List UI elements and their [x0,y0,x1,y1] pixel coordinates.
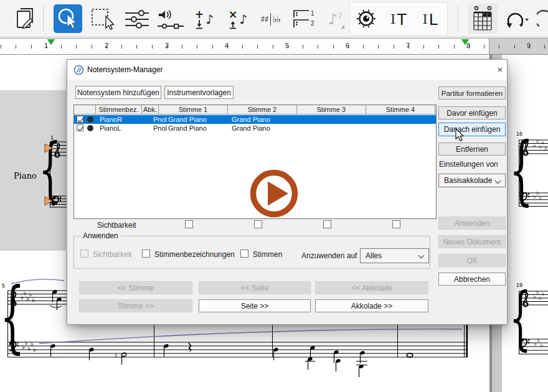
play-icon [247,166,301,221]
tool-marquee-select[interactable] [90,5,118,34]
apply-to-value: Alles [366,251,382,260]
note-icon: ♪ [328,12,338,27]
svg-text:♭: ♭ [26,294,29,302]
tool-volta-brackets[interactable]: 1 2 [290,5,318,34]
ruler: 1 2 3 4 5 6 7 8 9 [0,38,548,55]
instrument-templates-button[interactable]: Instrumentvorlagen [164,86,234,99]
ruler-number: 5 [282,42,292,49]
add-system-button[interactable]: Notensystem hinzufügen [75,86,161,99]
visibility-checkbox-voice3[interactable] [323,220,331,228]
tool-insert-note[interactable]: + ♪ [189,5,219,34]
voice-next-button: Stimme >> [79,299,192,312]
tool-lyrics[interactable]: I L [417,5,444,34]
volta-brackets-icon: 1 2 [290,8,318,30]
ruler-number: 3 [162,42,172,49]
tool-delete-note[interactable]: × ♪ [223,5,253,34]
dropdown-corner-icon [341,25,344,29]
close-icon[interactable]: × [494,63,506,75]
staff-name: PianoL [100,124,121,132]
table-row[interactable]: PianoL Pnol Grand Piano Grand Piano [74,124,436,133]
settings-from-label: Einstellungen von [439,160,498,169]
system-measure-16: 16 { ♭♭♭♭♭ ♭♭♭ [509,126,548,213]
capella-logo-icon [73,65,84,75]
tool-accidentals[interactable]: ♯♯ ♭♭ [255,5,285,34]
svg-text:♭: ♭ [539,194,542,201]
tool-tuplet: ♪ 2 [321,5,347,34]
apply-group: Anwenden Sichtbarkeit Stimmenbezeichnung… [73,236,430,269]
ruler-number: 4 [222,42,232,49]
tool-filter-settings[interactable] [123,5,151,34]
settings-from-select[interactable]: Basisakkolade [438,174,506,187]
tool-undo[interactable] [502,5,529,34]
dialog-titlebar[interactable]: Notensystem-Manager × [67,60,507,80]
svg-text:♭: ♭ [542,139,545,146]
visibility-checkbox-voice4[interactable] [392,220,400,228]
tool-guitar-chord[interactable] [468,4,498,34]
format-score-button[interactable]: Partitur formatieren [438,86,506,100]
tool-text-template[interactable]: I T [384,5,413,34]
svg-text:19: 19 [516,282,522,288]
tool-redo-partial[interactable] [537,5,548,34]
insert-before-button[interactable]: Davor einfügen [438,106,506,119]
row-visible-checkbox[interactable] [77,116,83,123]
video-play-button[interactable] [247,166,301,221]
cancel-button[interactable]: Abbrechen [438,273,506,286]
voice2-instrument: Grand Piano [232,124,270,132]
svg-text:♭: ♭ [33,345,36,353]
remove-button[interactable]: Entfernen [438,142,506,156]
dropdown-caret-icon[interactable] [525,19,529,21]
tool-view-options[interactable] [354,5,379,34]
note-icon: ♪ [239,13,247,26]
ruler-marker-left[interactable] [47,39,55,45]
sliders-icon [124,9,150,30]
tool-dynamics[interactable] [156,5,186,34]
tool-page-setup[interactable] [15,5,37,34]
tool-select-mode[interactable] [54,4,82,33]
svg-text:♭: ♭ [537,337,540,343]
chevron-down-icon [496,179,501,184]
svg-text:♭: ♭ [534,340,537,347]
ok-button: OK [438,254,506,267]
toolbar: + ♪ × ♪ ♯♯ ♭♭ [0,0,548,37]
svg-text:♭: ♭ [32,296,35,304]
staff-list-header: Stimmenbez. Abk. Stimme 1 Stimme 2 Stimm… [74,105,436,114]
settings-from-value: Basisakkolade [444,176,492,185]
apply-voice-names-label: Stimmenbezeichnungen [154,250,235,259]
voice2-instrument: Grand Piano [232,116,270,123]
apply-group-title: Anwenden [80,231,121,240]
ibeam-icon: I [390,12,395,27]
staff-abbr: Pnol [153,116,167,123]
visibility-checkbox-voice2[interactable] [254,220,262,228]
redo-icon [537,7,548,31]
insert-after-button[interactable]: Danach einfügen [438,123,506,136]
voice1-instrument: Grand Piano [168,124,207,132]
column-header: Stimmenbez. [95,105,142,114]
sharps-icon: ♯♯ [260,14,268,25]
page-setup-icon [16,7,37,31]
apply-button: Anwenden [438,217,506,230]
arrow-up-from-bar-icon [229,20,237,29]
svg-text:{: { [509,126,533,213]
select-mode-icon [54,4,82,33]
svg-text:2: 2 [311,20,314,27]
apply-voice-names-checkbox[interactable] [142,250,150,258]
visibility-checkbox-voice1[interactable] [185,220,193,228]
column-header: Stimme 1 [159,105,228,114]
staff-color-dot [87,125,93,131]
column-header: Stimme 4 [366,105,435,114]
page-prev-button: << Seite [199,281,311,294]
row-visible-checkbox[interactable] [77,124,83,131]
svg-text:♭: ♭ [533,293,536,300]
accolade-next-button[interactable]: Akkolade >> [315,299,428,312]
undo-icon [503,7,528,31]
tuplet-number: 2 [338,12,342,19]
marquee-select-icon [91,7,117,31]
ruler-number: 7 [403,42,413,49]
apply-voices-checkbox[interactable] [240,250,248,258]
arrow-down-to-bar-icon [196,20,203,29]
page-next-button[interactable]: Seite >> [199,299,311,312]
ruler-marker-right[interactable] [461,39,469,45]
table-row[interactable]: PianoR Pnol Grand Piano Grand Piano [74,115,436,124]
column-header: Stimme 2 [228,105,297,114]
apply-to-select[interactable]: Alles [360,248,429,263]
